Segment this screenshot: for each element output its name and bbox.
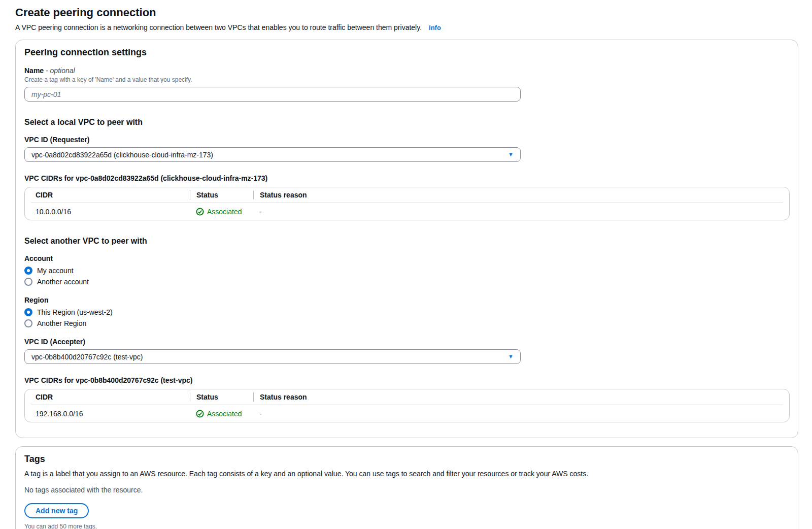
chevron-down-icon: ▼ [508,354,514,359]
requester-cidr-table-label: VPC CIDRs for vpc-0a8d02cd83922a65d (cli… [24,174,789,182]
add-new-tag-button[interactable]: Add new tag [24,503,89,518]
table-header-row: CIDR Status Status reason [31,187,783,203]
settings-card-title: Peering connection settings [24,47,789,58]
radio-unselected-icon[interactable] [24,278,32,286]
accepter-vpc-label: VPC ID (Accepter) [24,338,789,346]
cidr-value: 10.0.0.0/16 [31,208,190,216]
page-header: Create peering connection A VPC peering … [0,0,812,31]
column-header-status: Status [190,190,253,200]
status-cell: Associated [190,410,253,418]
other-vpc-heading: Select another VPC to peer with [24,237,789,246]
accepter-cidr-table: CIDR Status Status reason 192.168.0.0/16… [24,389,790,422]
region-radio-group: This Region (us-west-2) Another Region [24,307,789,329]
check-circle-icon [196,208,204,216]
column-header-cidr: CIDR [31,190,190,200]
name-field-description: Create a tag with a key of 'Name' and a … [24,76,789,83]
radio-my-account[interactable]: My account [24,265,789,276]
table-row: 10.0.0.0/16 Associated - [31,203,783,220]
tags-card: Tags A tag is a label that you assign to… [15,446,798,529]
radio-unselected-icon[interactable] [24,319,32,327]
page-title: Create peering connection [15,6,797,19]
radio-selected-icon[interactable] [24,308,32,316]
chevron-down-icon: ▼ [508,152,514,157]
peering-settings-card: Peering connection settings Name - optio… [15,40,798,438]
name-field-label: Name - optional [24,67,789,75]
requester-vpc-select[interactable]: vpc-0a8d02cd83922a65d (clickhouse-cloud-… [24,147,521,162]
status-reason-value: - [253,410,783,418]
column-header-cidr: CIDR [31,392,190,402]
region-label: Region [24,296,789,304]
local-vpc-heading: Select a local VPC to peer with [24,118,789,127]
info-link[interactable]: Info [429,24,441,31]
radio-another-region[interactable]: Another Region [24,318,789,329]
account-radio-group: My account Another account [24,265,789,287]
name-input[interactable] [24,87,521,102]
tags-empty-text: No tags associated with the resource. [24,486,789,494]
account-label: Account [24,254,789,262]
accepter-cidr-table-label: VPC CIDRs for vpc-0b8b400d20767c92c (tes… [24,376,789,384]
cidr-value: 192.168.0.0/16 [31,410,190,418]
requester-vpc-label: VPC ID (Requester) [24,136,789,144]
check-circle-icon [196,410,204,418]
page-description: A VPC peering connection is a networking… [15,23,797,31]
table-row: 192.168.0.0/16 Associated - [31,405,783,422]
page-description-text: A VPC peering connection is a networking… [15,23,422,31]
name-optional-suffix: - optional [46,67,75,75]
status-badge: Associated [196,208,242,216]
status-badge: Associated [196,410,242,418]
accepter-vpc-select[interactable]: vpc-0b8b400d20767c92c (test-vpc) ▼ [24,349,521,364]
status-text: Associated [207,208,242,216]
status-reason-value: - [253,208,783,216]
status-cell: Associated [190,208,253,216]
requester-cidr-table: CIDR Status Status reason 10.0.0.0/16 As… [24,187,790,220]
requester-vpc-selected-value: vpc-0a8d02cd83922a65d (clickhouse-cloud-… [31,151,213,159]
radio-this-region[interactable]: This Region (us-west-2) [24,307,789,318]
tags-limit-text: You can add 50 more tags. [24,523,789,529]
column-header-status: Status [190,392,253,402]
radio-selected-icon[interactable] [24,267,32,275]
table-header-row: CIDR Status Status reason [31,389,783,405]
tags-card-title: Tags [24,454,789,465]
column-header-status-reason: Status reason [253,392,783,402]
radio-another-account[interactable]: Another account [24,276,789,287]
tags-description: A tag is a label that you assign to an A… [24,470,789,478]
accepter-vpc-selected-value: vpc-0b8b400d20767c92c (test-vpc) [31,353,143,361]
column-header-status-reason: Status reason [253,190,783,200]
status-text: Associated [207,410,242,418]
